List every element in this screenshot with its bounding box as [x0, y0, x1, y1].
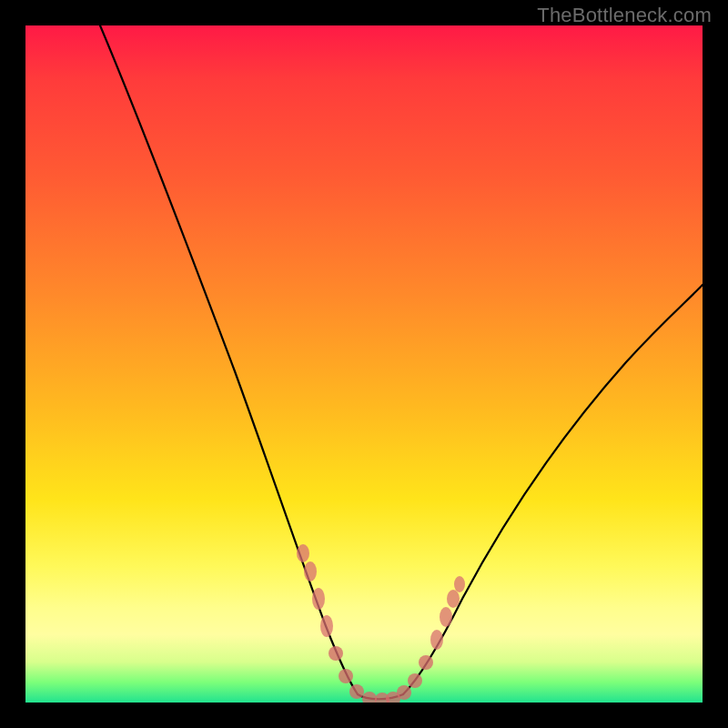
marker-dot — [454, 576, 465, 592]
marker-dot — [297, 544, 309, 562]
marker-dot — [312, 588, 325, 610]
marker-dot — [408, 673, 422, 688]
marker-dot — [397, 685, 411, 700]
marker-dot — [362, 692, 377, 703]
marker-dot — [349, 684, 364, 699]
marker-dot — [329, 646, 343, 661]
marker-dot — [304, 561, 317, 581]
marker-dot — [430, 630, 443, 650]
curve-svg — [25, 25, 703, 703]
marker-group — [297, 544, 465, 703]
marker-dot — [447, 590, 460, 608]
plot-area — [25, 25, 703, 703]
marker-dot — [440, 607, 452, 627]
curve-right-arm — [403, 285, 703, 694]
marker-dot — [339, 669, 353, 683]
attribution-label: TheBottleneck.com — [537, 4, 712, 27]
marker-dot — [419, 655, 433, 670]
outer-frame: TheBottleneck.com — [0, 0, 728, 728]
marker-dot — [320, 615, 333, 637]
